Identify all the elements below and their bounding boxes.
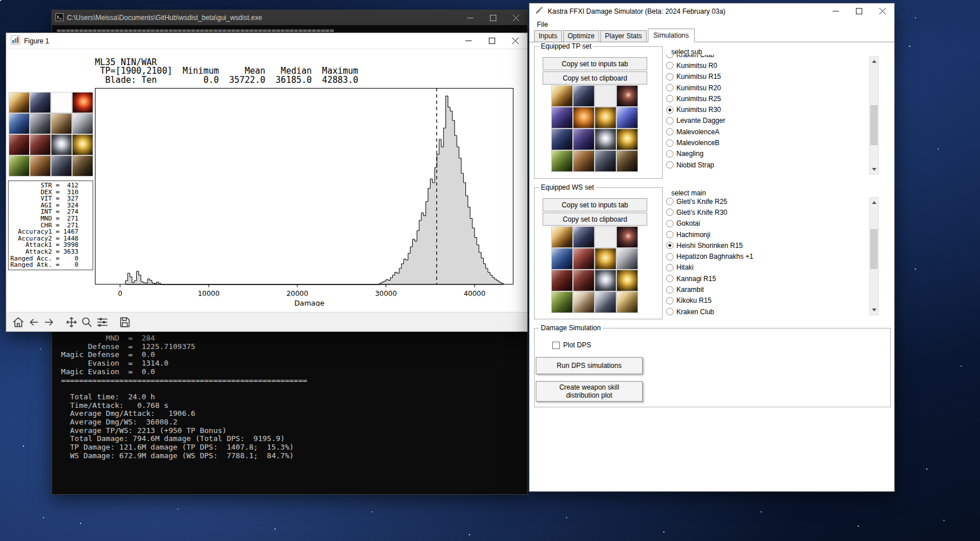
app-close-button[interactable] — [871, 3, 894, 19]
menu-file[interactable]: File — [533, 20, 551, 29]
svg-text:30000: 30000 — [375, 290, 397, 298]
ws-copy-to-clipboard-button[interactable]: Copy set to clipboard — [543, 213, 647, 226]
radio-option-label: Kunimitsu R20 — [676, 84, 721, 92]
radio-option-karambit[interactable]: Karambit — [664, 284, 869, 295]
radio-option-kunimitsu-r30[interactable]: Kunimitsu R30 — [664, 104, 869, 115]
radio-option-malevolenceb[interactable]: MalevolenceB — [664, 137, 869, 148]
tab-player-stats[interactable]: Player Stats — [600, 30, 647, 42]
radio-icon — [666, 84, 674, 91]
hands-gloves-icon — [30, 134, 51, 155]
radio-option-naegling[interactable]: Naegling — [664, 149, 869, 159]
radio-icon — [666, 139, 674, 147]
scrollbar-thumb[interactable] — [870, 229, 878, 269]
tp-copy-to-clipboard-button[interactable]: Copy set to clipboard — [543, 71, 647, 85]
tab-simulations[interactable]: Simulations — [648, 29, 695, 42]
app-maximize-button[interactable] — [847, 3, 871, 19]
ws-copy-to-inputs-button[interactable]: Copy set to inputs tab — [543, 198, 647, 211]
ring-gold-icon — [616, 129, 638, 150]
console-maximize-button[interactable] — [481, 10, 504, 25]
body-dark-icon — [551, 129, 573, 150]
radio-icon — [666, 275, 674, 282]
zoom-icon[interactable] — [79, 315, 94, 330]
earring-gem-icon — [616, 107, 638, 129]
radio-option-gokotai[interactable]: Gokotai — [664, 218, 869, 229]
figure-maximize-button[interactable] — [480, 33, 504, 49]
create-ws-distribution-plot-button[interactable]: Create weapon skill distribution plot — [536, 381, 643, 402]
svg-text:40000: 40000 — [464, 290, 485, 298]
earring-gold-icon — [595, 107, 616, 129]
run-dps-simulations-button[interactable]: Run DPS simulations — [536, 357, 643, 374]
waist-belt-icon — [30, 155, 51, 177]
figure-minimize-button[interactable] — [457, 33, 480, 49]
radio-option-hepatizon-baghnakhs-1[interactable]: Hepatizon Baghnakhs +1 — [664, 251, 869, 262]
console-close-button[interactable] — [504, 10, 527, 25]
radio-option-hachimonji[interactable]: Hachimonji — [664, 229, 869, 240]
damage-histogram: 010000200003000040000Damage — [95, 88, 518, 306]
radio-option-heishi-shorinken-r15[interactable]: Heishi Shorinken R15 — [664, 240, 869, 251]
back-icon[interactable] — [26, 315, 41, 330]
ring-gold-icon — [616, 270, 638, 291]
radio-option-levante-dagger[interactable]: Levante Dagger — [664, 115, 869, 126]
plot-dps-checkbox[interactable] — [552, 342, 560, 349]
console-minimize-button[interactable] — [459, 10, 481, 25]
neck-amber-icon — [573, 107, 595, 129]
radio-icon — [666, 73, 674, 81]
app-minimize-button[interactable] — [824, 3, 847, 19]
ring-gold-icon — [72, 134, 93, 155]
select-sub-scrollbar[interactable] — [869, 56, 879, 175]
forward-icon[interactable] — [42, 315, 57, 330]
radio-option-kunimitsu-r20[interactable]: Kunimitsu R20 — [664, 82, 869, 93]
scrollbar-down-icon[interactable] — [870, 305, 878, 315]
equipped-ws-set-group: Equipped WS set Copy set to inputs tab C… — [534, 187, 663, 319]
radio-option-gleti-s-knife-r30[interactable]: Gleti's Knife R30 — [664, 207, 869, 218]
configure-subplots-icon[interactable] — [95, 315, 110, 330]
ws-summary-text: ML35 NIN/WAR TP=[1900,2100] Minimum Mean… — [95, 58, 358, 85]
radio-icon — [666, 308, 674, 315]
radio-option-kannagi-r15[interactable]: Kannagi R15 — [664, 273, 869, 284]
feet-boots-icon — [616, 150, 638, 172]
legs-armor-icon — [51, 155, 72, 177]
radio-option-label: Gleti's Knife R25 — [676, 198, 727, 206]
kastra-window: Kastra FFXI Damage Simulator (Beta: 2024… — [529, 3, 895, 492]
figure-titlebar[interactable]: Figure 1 — [6, 33, 527, 49]
svg-text:Damage: Damage — [294, 299, 325, 306]
tp-copy-to-inputs-button[interactable]: Copy set to inputs tab — [543, 57, 647, 70]
radio-option-kunimitsu-r25[interactable]: Kunimitsu R25 — [664, 93, 869, 104]
radio-option-niobid-strap[interactable]: Niobid Strap — [664, 159, 869, 170]
radio-option-kraken-club[interactable]: Kraken Club — [664, 55, 869, 60]
waist-belt-icon — [573, 150, 595, 172]
scrollbar-down-icon[interactable] — [870, 165, 878, 174]
hands-dark-icon — [573, 129, 595, 150]
radio-icon — [666, 297, 674, 304]
matplotlib-toolbar — [6, 312, 527, 331]
console-titlebar[interactable]: C:\Users\Meissa\Documents\GitHub\wsdist_… — [52, 10, 527, 25]
pan-icon[interactable] — [64, 315, 79, 330]
radio-option-gleti-s-knife-r25[interactable]: Gleti's Knife R25 — [664, 196, 869, 207]
radio-selected-icon — [666, 242, 674, 249]
radio-option-kraken-club[interactable]: Kraken Club — [664, 306, 869, 317]
radio-option-kikoku-r15[interactable]: Kikoku R15 — [664, 295, 869, 306]
select-main-scrollbar[interactable] — [869, 197, 879, 315]
app-titlebar[interactable]: Kastra FFXI Damage Simulator (Beta: 2024… — [529, 3, 894, 19]
scrollbar-thumb[interactable] — [870, 105, 878, 145]
svg-text:0: 0 — [118, 290, 122, 298]
feet-gold-icon — [616, 291, 638, 313]
head-armor-icon — [551, 248, 573, 270]
radio-option-malevolencea[interactable]: MalevolenceA — [664, 126, 869, 137]
save-icon[interactable] — [117, 315, 132, 330]
tab-optimize[interactable]: Optimize — [563, 30, 599, 42]
radio-option-kunimitsu-r15[interactable]: Kunimitsu R15 — [664, 71, 869, 82]
radio-icon — [666, 128, 674, 135]
tab-bar: InputsOptimizePlayer StatsSimulations — [529, 30, 894, 42]
waist-light-icon — [573, 291, 595, 313]
scrollbar-up-icon[interactable] — [870, 57, 878, 66]
figure-close-button[interactable] — [504, 33, 527, 49]
radio-icon — [666, 286, 674, 294]
radio-option-kunimitsu-r0[interactable]: Kunimitsu R0 — [664, 60, 869, 71]
home-icon[interactable] — [11, 315, 26, 330]
scrollbar-up-icon[interactable] — [870, 198, 878, 207]
radio-option-label: Kraken Club — [676, 308, 714, 316]
tab-inputs[interactable]: Inputs — [534, 30, 562, 42]
radio-option-hitaki[interactable]: Hitaki — [664, 262, 869, 273]
radio-option-label: Kunimitsu R15 — [676, 73, 721, 81]
